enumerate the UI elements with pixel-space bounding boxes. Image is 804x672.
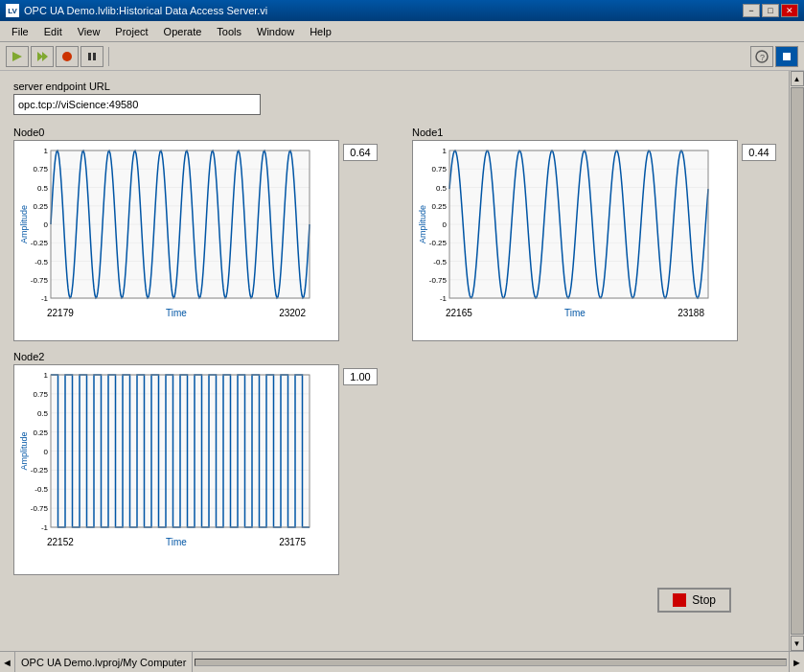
content-area: server endpoint URL Node0 22179 Time 232… — [0, 71, 789, 651]
node2-x-axis: 22152 Time 23175 — [18, 537, 334, 547]
close-button[interactable]: ✕ — [781, 4, 798, 17]
toolbar-separator — [108, 47, 109, 66]
pause-button[interactable] — [80, 46, 103, 67]
node0-chart: 22179 Time 23202 — [13, 140, 339, 341]
node2-title: Node2 — [13, 351, 378, 362]
menu-file[interactable]: File — [4, 24, 36, 39]
node2-xmax: 23175 — [279, 537, 306, 547]
right-scrollbar[interactable]: ▲ ▼ — [789, 71, 804, 651]
abort-button[interactable] — [56, 46, 79, 67]
menu-project[interactable]: Project — [107, 24, 155, 39]
node1-x-axis: 22165 Time 23188 — [417, 308, 733, 318]
url-section: server endpoint URL — [13, 81, 775, 115]
node1-chart-area: 22165 Time 23188 0.44 — [412, 140, 776, 341]
menu-edit[interactable]: Edit — [36, 24, 70, 39]
node0-title: Node0 — [13, 127, 378, 138]
menu-tools[interactable]: Tools — [209, 24, 249, 39]
url-input[interactable] — [13, 94, 261, 115]
title-bar: LV OPC UA Demo.lvlib:Historical Data Acc… — [0, 0, 804, 21]
node1-xmin: 22165 — [446, 308, 472, 318]
hscroll-track[interactable] — [193, 652, 789, 672]
minimize-button[interactable]: − — [743, 4, 760, 17]
menu-bar: File Edit View Project Operate Tools Win… — [0, 21, 804, 42]
node2-chart: 22152 Time 23175 — [13, 364, 339, 575]
node1-value: 0.44 — [742, 144, 776, 161]
menu-operate[interactable]: Operate — [156, 24, 210, 39]
maximize-button[interactable]: □ — [762, 4, 779, 17]
node1-xmax: 23188 — [678, 308, 704, 318]
hscroll-thumb[interactable] — [195, 659, 787, 666]
status-project: OPC UA Demo.lvproj/My Computer — [15, 652, 193, 672]
scroll-up-button[interactable]: ▲ — [791, 71, 804, 86]
node2-xlabel: Time — [166, 537, 187, 547]
run-continuously-button[interactable] — [31, 46, 54, 67]
node1-canvas — [417, 145, 714, 308]
svg-rect-1 — [88, 53, 91, 60]
node1-chart-wrapper: Node1 22165 Time 23188 0.44 — [412, 127, 776, 341]
window-title: OPC UA Demo.lvlib:Historical Data Access… — [24, 5, 741, 16]
status-left-arrow[interactable]: ◄ — [0, 652, 15, 673]
node2-canvas — [18, 369, 315, 537]
toolbar: ? — [0, 42, 804, 71]
help-button[interactable]: ? — [750, 46, 773, 67]
charts-top-row: Node0 22179 Time 23202 0.64 Node1 — [13, 127, 775, 341]
extra-button[interactable] — [775, 46, 798, 67]
node0-chart-area: 22179 Time 23202 0.64 — [13, 140, 378, 341]
charts-bottom-row: Node2 22152 Time 23175 1.00 — [13, 351, 775, 575]
node0-xmax: 23202 — [279, 308, 306, 318]
main-area: server endpoint URL Node0 22179 Time 232… — [0, 71, 804, 651]
stop-button[interactable]: Stop — [657, 588, 731, 613]
stop-label: Stop — [692, 593, 716, 607]
node2-value: 1.00 — [343, 368, 378, 385]
menu-window[interactable]: Window — [249, 24, 302, 39]
node0-value: 0.64 — [343, 144, 378, 161]
menu-view[interactable]: View — [70, 24, 108, 39]
scroll-thumb[interactable] — [791, 87, 804, 635]
stop-icon — [673, 593, 686, 607]
menu-help[interactable]: Help — [302, 24, 339, 39]
status-right-arrow[interactable]: ► — [789, 652, 804, 673]
svg-rect-5 — [783, 53, 791, 60]
node2-xmin: 22152 — [47, 537, 74, 547]
node1-xlabel: Time — [564, 308, 586, 318]
run-button[interactable] — [6, 46, 29, 67]
node2-chart-area: 22152 Time 23175 1.00 — [13, 364, 378, 575]
url-label: server endpoint URL — [13, 81, 775, 92]
node2-chart-wrapper: Node2 22152 Time 23175 1.00 — [13, 351, 378, 575]
svg-point-0 — [62, 52, 72, 61]
node0-canvas — [18, 145, 315, 308]
node0-x-axis: 22179 Time 23202 — [18, 308, 334, 318]
svg-text:?: ? — [760, 53, 765, 62]
node0-xlabel: Time — [166, 308, 187, 318]
node1-chart: 22165 Time 23188 — [412, 140, 738, 341]
node1-title: Node1 — [412, 127, 776, 138]
app-icon: LV — [6, 4, 19, 17]
status-project-text: OPC UA Demo.lvproj/My Computer — [21, 657, 186, 668]
stop-section: Stop — [657, 588, 731, 613]
svg-rect-2 — [93, 53, 96, 60]
status-bar: ◄ OPC UA Demo.lvproj/My Computer ► — [0, 651, 804, 672]
scroll-down-button[interactable]: ▼ — [791, 636, 804, 651]
node0-xmin: 22179 — [47, 308, 74, 318]
node0-chart-wrapper: Node0 22179 Time 23202 0.64 — [13, 127, 378, 341]
